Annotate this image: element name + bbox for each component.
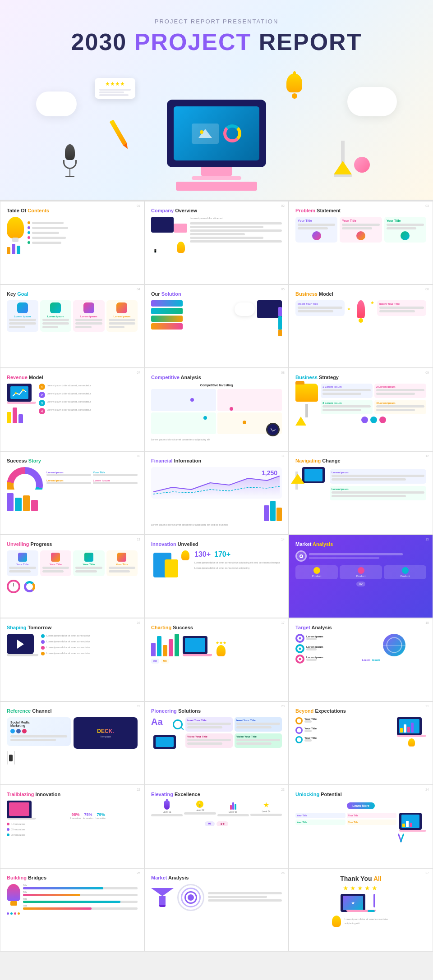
slide-title: Competitive Analysis [151, 375, 282, 380]
slide-company-overview[interactable]: 02 Company Overview 📱 Lorem ipsum dolor … [144, 201, 289, 284]
slide-content [151, 884, 282, 911]
slide-title: Problem Statement [295, 208, 426, 213]
slide-content: ★★★★★ ★ [295, 884, 426, 927]
slide-business-model[interactable]: 06 Business Model Insert Your Title ★ [289, 284, 433, 368]
svg-point-4 [22, 389, 24, 391]
slide-title: Charting Success [151, 625, 282, 630]
slide-content: 130+ 170+ Lorem ipsum dolor sit amet con… [151, 550, 282, 591]
hero-illustration: ★★★★ [27, 64, 406, 191]
company-illustration: 📱 [151, 217, 187, 253]
tomorrow-illustration [7, 634, 38, 656]
slide-table-of-contents[interactable]: 01 Table Of Contents [0, 201, 144, 284]
slide-reference-channel[interactable]: 19 Reference Channel Social MediaMarketi… [0, 701, 144, 785]
slide-beyond-expectations[interactable]: 21 Beyond Expectations Your Title [289, 701, 433, 785]
bmodel-left: Insert Your Title [295, 300, 345, 336]
slide-content: Aa Inset Your Title [151, 717, 282, 749]
svg-point-3 [15, 392, 17, 394]
hero-title-accent: PROJECT [134, 29, 252, 55]
slide-key-goal[interactable]: 04 Key Goal Lorem ipsum Lorem ipsum [0, 284, 144, 368]
svg-rect-2 [10, 386, 28, 399]
tomorrow-list: Lorem ipsum dolor sit amet consectetur L… [41, 634, 138, 656]
slide-competitive-analysis[interactable]: 08 Competitive Analysis Competitive Inve… [144, 368, 289, 451]
solution-text [185, 300, 282, 336]
slide-content: ★★★ 08 50 [151, 634, 282, 664]
slide-navigating-change[interactable]: 12 Navigating Change Lorem ipsum [289, 451, 433, 535]
change-illustration [295, 467, 327, 505]
hero-title-part1: 2030 [71, 29, 134, 55]
slide-unlocking-potential[interactable]: 24 Unlocking Potential Learn More Your T… [289, 785, 433, 868]
slide-thank-you-all[interactable]: 27 Thank You All ★★★★★ ★ [289, 868, 433, 952]
strategy-illustration [295, 384, 318, 426]
bmodel-right: Insert Your Title [377, 300, 426, 336]
slides-grid: 01 Table Of Contents [0, 201, 433, 952]
revenue-illustration [7, 384, 36, 423]
slide-title: Unveiling Progress [7, 541, 138, 547]
slide-title: Reference Channel [7, 708, 138, 714]
lamp-icon [334, 141, 352, 177]
slide-charting-success[interactable]: 17 Charting Success [144, 618, 289, 701]
slide-elevating-excellence[interactable]: 23 Elevating Excellence Level 01 💡 [144, 785, 289, 868]
slide-problem-statement[interactable]: 03 Problem Statement Your Title Your Tit… [289, 201, 433, 284]
slide-title: Building Bridges [7, 875, 138, 880]
slide-title: Financial Information [151, 458, 282, 463]
slide-title: Shaping Tomorrow [7, 625, 138, 630]
slide-content: Lorem ipsum Lorem ipsum Lorem ipsum [7, 300, 138, 332]
potential-monitor [399, 813, 426, 843]
slide-content: Your Title Your Title Your Title [7, 550, 138, 593]
beyond-monitor [397, 717, 426, 748]
innovation-stats: 130+ 170+ Lorem ipsum dolor sit amet con… [194, 550, 282, 591]
slide-content: Insert Your Title ★ ★ Insert Your Title [295, 300, 426, 336]
slide-building-bridges[interactable]: 25 Building Bridges Title [0, 868, 144, 952]
slide-title: Unlocking Potential [295, 792, 426, 797]
slide-pioneering-solutions[interactable]: 20 Pioneering Solutions Aa [144, 701, 289, 785]
slide-target-analysis[interactable]: 18 Target Analysis Lorem ipsum [289, 618, 433, 701]
slide-content [151, 300, 282, 336]
slide-title: Thank You All [295, 875, 426, 882]
slide-business-strategy[interactable]: 09 Business Strategy 1 Lorem ipsum [289, 368, 433, 451]
slide-content [7, 217, 138, 254]
bell-icon [286, 73, 302, 100]
slide-title: Pioneering Solutions [151, 708, 282, 714]
revenue-list: 1 Lorem ipsum dolor sit amet, consectetu… [39, 384, 138, 423]
slide-content: Title Title Title [7, 884, 138, 915]
hero-title-part2: REPORT [251, 29, 362, 55]
slide-content: Product Product Product 82 [295, 550, 426, 586]
slide-shaping-tomorrow[interactable]: 16 Shaping Tomorrow Lorem ipsum dolor si… [0, 618, 144, 701]
hero-section: Project Report Presentation 2030 PROJECT… [0, 0, 433, 201]
slide-revenue-model[interactable]: 07 Revenue Model [0, 368, 144, 451]
social-media-card: Social MediaMarketing [7, 717, 71, 749]
slide-financial-information[interactable]: 11 Financial Information [144, 451, 289, 535]
slide-content: 1,250 Lorem ipsum dolor sit amet consect… [151, 467, 282, 527]
cloud-right [347, 87, 397, 116]
slide-content: Social MediaMarketing DECK. Template [7, 717, 138, 749]
slide-our-solution[interactable]: 05 Our Solution [144, 284, 289, 368]
slide-success-story[interactable]: 10 Success Story Lorem ipsum [0, 451, 144, 535]
slide-title: Business Strategy [295, 375, 426, 380]
pink-sphere [354, 157, 370, 173]
pencil-icon [110, 119, 130, 150]
slide-title: Market Analysis [295, 541, 426, 547]
slide-content: Lorem ipsum Lorem ipsum [295, 467, 426, 505]
slide-innovation-unveiled[interactable]: 14 Innovation Unveiled 130+ 170+ [144, 535, 289, 618]
phone-illustration [7, 751, 138, 765]
strategy-items: 1 Lorem ipsum 2 Lorem ipsum 3 Lorem ipsu… [321, 384, 426, 426]
slide-title: Trailblazing Innovation [7, 792, 138, 797]
hero-subtitle: Project Report Presentation [27, 18, 406, 25]
bulb-illustration [7, 217, 24, 254]
slide-market-analysis-1[interactable]: 15 Market Analysis Product [289, 535, 433, 618]
slide-content: Lorem ipsum dolor sit amet consectetur L… [7, 634, 138, 656]
slide-title: Navigating Change [295, 458, 426, 463]
slide-title: Table Of Contents [7, 208, 138, 213]
slide-unveiling-progress[interactable]: 13 Unveiling Progress Your Title Your Ti… [0, 535, 144, 618]
svg-point-1 [200, 130, 203, 134]
slide-content: Learn More Your Title Your Title Your Ti… [295, 801, 426, 843]
slide-content: 📱 Lorem ipsum dolor sit amet [151, 217, 282, 253]
slide-market-analysis-2[interactable]: 26 Market Analysis [144, 868, 289, 952]
slide-trailblazing-innovation[interactable]: 22 Trailblazing Innovation 98% [0, 785, 144, 868]
deck-card: DECK. Template [74, 717, 138, 749]
slide-content: Level 01 💡 Level 02 [151, 801, 282, 826]
slide-content: 98% Innovation 75% Innovation 79% Innova… [7, 801, 138, 837]
slide-content: Your Title Your Title Your Tit [295, 217, 426, 243]
slide-content: Lorem ipsum Your Title Lorem ipsum [7, 467, 138, 511]
slide-title: Success Story [7, 458, 138, 463]
